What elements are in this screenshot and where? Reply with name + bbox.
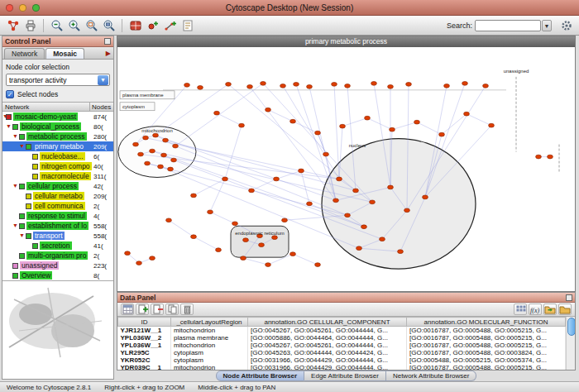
expander-icon[interactable]: ▼: [6, 123, 12, 129]
expander-icon[interactable]: ▼: [12, 222, 18, 228]
tab-network[interactable]: Network: [4, 48, 45, 59]
graph-node[interactable]: [290, 119, 296, 123]
close-button[interactable]: [6, 4, 13, 12]
graph-node[interactable]: [388, 185, 394, 189]
graph-node[interactable]: [143, 136, 149, 140]
graph-node[interactable]: [444, 84, 450, 88]
graph-node[interactable]: [388, 84, 394, 88]
tree-item-primary-metabo[interactable]: ▼primary metabo209(: [2, 141, 113, 151]
column-header[interactable]: _cellularLayoutRegion: [171, 318, 248, 327]
graph-node[interactable]: [345, 213, 351, 218]
tree-item-nitrogen-compo[interactable]: nitrogen compo40(: [2, 161, 113, 171]
graph-node[interactable]: [138, 152, 144, 156]
table-scrollbar[interactable]: [566, 317, 575, 370]
tree-item-transport[interactable]: ▼transport558(: [2, 231, 113, 241]
graph-node[interactable]: [489, 123, 495, 127]
graph-node[interactable]: [243, 238, 249, 242]
graph-node[interactable]: [370, 200, 376, 204]
zoom-out-icon[interactable]: [49, 17, 65, 33]
graph-node[interactable]: [282, 218, 288, 222]
graph-node[interactable]: [398, 250, 404, 254]
graph-node[interactable]: [133, 142, 139, 146]
add-edge-icon[interactable]: [162, 17, 178, 33]
tree-item-metabolic-process[interactable]: ▼metabolic process280(: [2, 131, 113, 141]
tree-item-unassigned[interactable]: unassigned223(: [2, 261, 113, 270]
tree-item-response-to-stimul[interactable]: response to stimul4(: [2, 211, 113, 221]
tree-item-cellular-metabo[interactable]: cellular metabo209(: [2, 191, 113, 201]
graph-node[interactable]: [125, 251, 131, 256]
expander-icon[interactable]: ▼: [19, 232, 25, 238]
graph-node[interactable]: [462, 81, 468, 85]
graph-node[interactable]: [536, 155, 542, 159]
graph-node[interactable]: [145, 161, 151, 165]
table-row[interactable]: YLR295Ccytoplasm[GO:0045263, GO:0044444,…: [118, 349, 566, 356]
graph-node[interactable]: [171, 158, 177, 162]
graph-node[interactable]: [153, 133, 159, 137]
graph-node[interactable]: [307, 202, 313, 206]
graph-node[interactable]: [247, 84, 253, 88]
graph-node[interactable]: [294, 82, 299, 86]
graph-node[interactable]: [239, 123, 245, 127]
graph-node[interactable]: [439, 132, 445, 136]
tree-item-cell-communica[interactable]: cell communica2(: [2, 201, 113, 211]
graph-node[interactable]: [333, 198, 339, 203]
graph-node[interactable]: [150, 256, 156, 261]
graph-node[interactable]: [315, 131, 321, 135]
tree-item-overview[interactable]: Overview8(: [2, 270, 113, 280]
zoom-button[interactable]: [32, 4, 40, 12]
graph-node[interactable]: [241, 256, 246, 261]
graph-node[interactable]: [198, 85, 203, 89]
graph-node[interactable]: [371, 81, 377, 85]
zoom-fit-icon[interactable]: [84, 17, 99, 33]
graph-node[interactable]: [191, 235, 197, 239]
expander-icon[interactable]: ▼: [12, 133, 18, 139]
graph-node[interactable]: [158, 165, 164, 169]
float-panel-icon[interactable]: [104, 38, 111, 45]
graph-node[interactable]: [340, 124, 346, 128]
graph-node[interactable]: [223, 177, 228, 181]
column-header[interactable]: annotation.GO MOLECULAR_FUNCTION: [407, 318, 566, 327]
graph-node[interactable]: [404, 208, 410, 213]
tree-item-multi-organism-pro[interactable]: multi-organism pro2(: [2, 251, 113, 261]
graph-node[interactable]: [299, 169, 304, 173]
graph-node[interactable]: [290, 252, 296, 256]
graph-node[interactable]: [261, 81, 266, 85]
tree-item-cellular-process[interactable]: ▼cellular process42(: [2, 181, 113, 191]
minimize-button[interactable]: [19, 4, 26, 12]
graph-node[interactable]: [136, 261, 142, 265]
birdseye-view[interactable]: [2, 280, 113, 379]
graph-node[interactable]: [208, 210, 213, 214]
graph-node[interactable]: [259, 243, 265, 247]
graph-node[interactable]: [315, 263, 321, 267]
network-frame-title[interactable]: primary metabolic process: [117, 36, 575, 47]
column-header[interactable]: ID: [118, 318, 171, 327]
graph-node[interactable]: [548, 155, 553, 159]
trash-icon[interactable]: [180, 304, 194, 315]
graph-node[interactable]: [232, 222, 238, 226]
tab-mosaic[interactable]: Mosaic: [45, 48, 84, 59]
graph-node[interactable]: [214, 111, 220, 115]
table-row[interactable]: YDR039C__1mitochondrion[GO:0031966, GO:0…: [118, 364, 566, 370]
graph-node[interactable]: [390, 127, 395, 131]
graph-node[interactable]: [168, 167, 174, 171]
select-attributes-icon[interactable]: [121, 304, 134, 315]
column-header[interactable]: annotation.GO CELLULAR_COMPONENT: [248, 318, 407, 327]
float-panel-icon[interactable]: [566, 294, 572, 301]
graph-node[interactable]: [380, 237, 385, 241]
tab-edge-attribute-browser[interactable]: Edge Attribute Browser: [304, 370, 386, 381]
import-folder-icon[interactable]: [543, 304, 557, 315]
table-row[interactable]: YJR121W__1mitochondrion[GO:0045267, GO:0…: [118, 327, 566, 335]
tree-item-secretion[interactable]: secretion41(: [2, 241, 113, 251]
column-header-network[interactable]: Network: [2, 103, 90, 111]
folder-icon[interactable]: [558, 304, 572, 315]
add-node-icon[interactable]: [145, 17, 160, 33]
graph-node[interactable]: [345, 84, 351, 88]
graph-node[interactable]: [464, 112, 470, 116]
create-attribute-icon[interactable]: [136, 304, 149, 315]
search-input[interactable]: [475, 20, 541, 31]
graph-node[interactable]: [249, 189, 255, 193]
tree-item-mosaic-demo-yeast[interactable]: ▼mosaic-demo-yeast874(: [2, 112, 113, 122]
network-canvas[interactable]: plasma membrane cytoplasm mitochondrion …: [117, 47, 575, 291]
table-row[interactable]: YPL036W__2plasma membrane[GO:0005886, GO…: [118, 334, 566, 342]
graph-node[interactable]: [280, 84, 286, 88]
